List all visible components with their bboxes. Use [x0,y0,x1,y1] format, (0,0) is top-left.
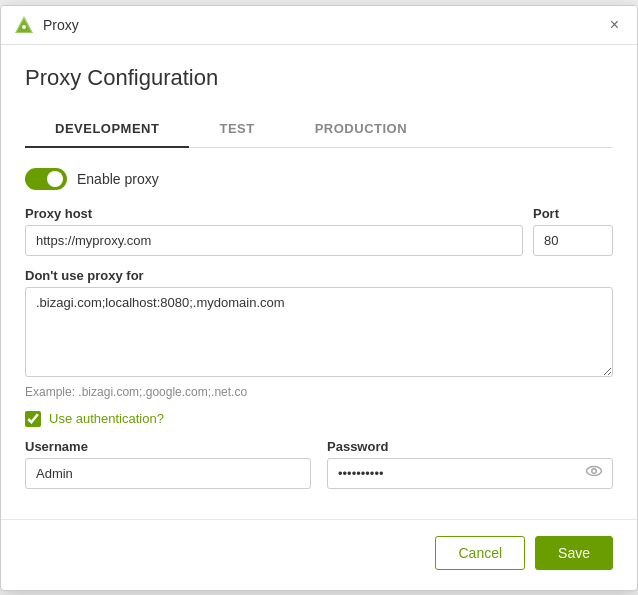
proxy-logo-icon [13,14,35,36]
dont-use-textarea[interactable]: .bizagi.com;localhost:8080;.mydomain.com [25,287,613,377]
proxy-host-input[interactable] [25,225,523,256]
enable-proxy-label: Enable proxy [77,171,159,187]
password-label: Password [327,439,613,454]
proxy-dialog: Proxy × Proxy Configuration DEVELOPMENT … [0,5,638,591]
password-input-wrap [327,458,613,489]
svg-point-4 [592,469,597,474]
port-label: Port [533,206,613,221]
svg-point-3 [587,467,602,476]
save-button[interactable]: Save [535,536,613,570]
cancel-button[interactable]: Cancel [435,536,525,570]
tabs-container: DEVELOPMENT TEST PRODUCTION [25,111,613,148]
dont-use-label: Don't use proxy for [25,268,613,283]
username-input[interactable] [25,458,311,489]
host-port-row: Proxy host Port [25,206,613,256]
use-auth-checkbox[interactable] [25,411,41,427]
show-password-icon[interactable] [585,462,603,484]
example-text: Example: .bizagi.com;.google.com;.net.co [25,385,613,399]
close-button[interactable]: × [604,15,625,35]
proxy-host-label: Proxy host [25,206,523,221]
password-wrap: Password [327,439,613,489]
username-label: Username [25,439,311,454]
dialog-footer: Cancel Save [1,519,637,590]
use-auth-label[interactable]: Use authentication? [49,411,164,426]
form-section: Enable proxy Proxy host Port Don't u [25,168,613,489]
title-bar-left: Proxy [13,14,79,36]
dont-use-section: Don't use proxy for .bizagi.com;localhos… [25,268,613,399]
username-wrap: Username [25,439,311,489]
dialog-heading: Proxy Configuration [25,65,613,91]
password-input[interactable] [327,458,613,489]
port-wrap: Port [533,206,613,256]
proxy-host-wrap: Proxy host [25,206,523,256]
auth-row: Use authentication? [25,411,613,427]
svg-point-2 [22,25,26,29]
enable-proxy-toggle[interactable] [25,168,67,190]
dialog-body: Proxy Configuration DEVELOPMENT TEST PRO… [1,45,637,509]
host-port-section: Proxy host Port [25,206,613,256]
user-pass-row: Username Password [25,439,613,489]
enable-proxy-row: Enable proxy [25,168,613,190]
tab-production[interactable]: PRODUCTION [285,111,437,148]
port-input[interactable] [533,225,613,256]
tab-development[interactable]: DEVELOPMENT [25,111,189,148]
tab-test[interactable]: TEST [189,111,284,148]
title-bar: Proxy × [1,6,637,45]
titlebar-title: Proxy [43,17,79,33]
